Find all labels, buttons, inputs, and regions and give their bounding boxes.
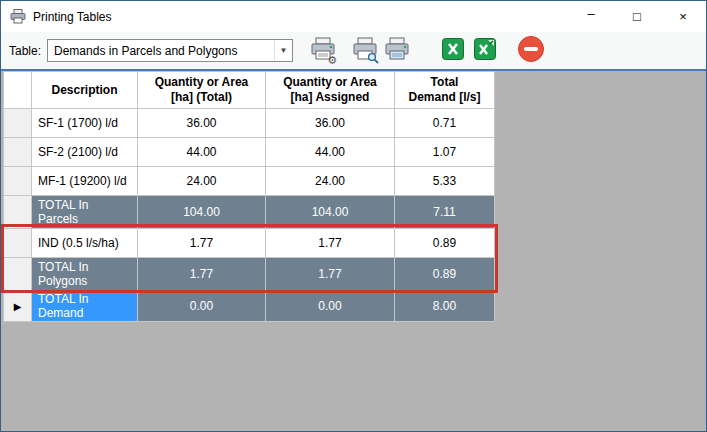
cell-demand[interactable]: 0.89: [395, 258, 495, 291]
table-label: Table:: [9, 44, 41, 58]
row-selector[interactable]: [4, 138, 32, 167]
header-total-demand[interactable]: Total Demand [l/s]: [395, 72, 495, 109]
cell-description[interactable]: SF-1 (1700) l/d: [32, 109, 138, 138]
table-row[interactable]: SF-1 (1700) l/d 36.00 36.00 0.71: [4, 109, 495, 138]
cell-demand[interactable]: 8.00: [395, 291, 495, 322]
magnifier-icon: [367, 52, 379, 66]
window-controls: – □ ×: [568, 1, 706, 32]
print-preview-button[interactable]: [349, 35, 381, 67]
client-area: Description Quantity or Area [ha] (Total…: [1, 71, 706, 431]
table-row[interactable]: SF-2 (2100) l/d 44.00 44.00 1.07: [4, 138, 495, 167]
window-title: Printing Tables: [33, 10, 112, 24]
header-row: Description Quantity or Area [ha] (Total…: [4, 72, 495, 109]
cell-description[interactable]: TOTAL In Polygons: [32, 258, 138, 291]
demands-table: Description Quantity or Area [ha] (Total…: [3, 71, 495, 322]
cell-qty-assigned[interactable]: 24.00: [266, 167, 395, 196]
header-selector-cell: [4, 72, 32, 109]
cell-qty-assigned[interactable]: 104.00: [266, 196, 395, 229]
gear-icon: ⚙: [327, 55, 337, 66]
header-qty-assigned[interactable]: Quantity or Area [ha] Assigned: [266, 72, 395, 109]
header-qty-total[interactable]: Quantity or Area [ha] (Total): [138, 72, 266, 109]
table-select-dropdown[interactable]: Demands in Parcels and Polygons ▼: [47, 39, 293, 62]
header-description[interactable]: Description: [32, 72, 138, 109]
cell-qty-assigned[interactable]: 44.00: [266, 138, 395, 167]
table-row[interactable]: IND (0.5 l/s/ha) 1.77 1.77 0.89: [4, 229, 495, 258]
cell-description[interactable]: TOTAL In Parcels: [32, 196, 138, 229]
excel-icon: [441, 37, 465, 64]
cell-qty-total[interactable]: 36.00: [138, 109, 266, 138]
minus-circle-icon: [517, 35, 545, 66]
excel-export-button[interactable]: [469, 35, 501, 67]
remove-button[interactable]: [515, 35, 547, 67]
printer-app-icon: [10, 9, 26, 24]
cell-description-selected[interactable]: TOTAL In Demand: [32, 291, 138, 322]
cell-qty-total[interactable]: 1.77: [138, 229, 266, 258]
cell-qty-assigned[interactable]: 36.00: [266, 109, 395, 138]
cell-qty-assigned[interactable]: 0.00: [266, 291, 395, 322]
cell-demand[interactable]: 0.89: [395, 229, 495, 258]
table-row-total-parcels[interactable]: TOTAL In Parcels 104.00 104.00 7.11: [4, 196, 495, 229]
cell-qty-total[interactable]: 1.77: [138, 258, 266, 291]
cell-qty-total[interactable]: 104.00: [138, 196, 266, 229]
current-row-arrow[interactable]: ▶: [4, 291, 32, 322]
toolbar: Table: Demands in Parcels and Polygons ▼…: [1, 32, 706, 71]
cell-qty-assigned[interactable]: 1.77: [266, 229, 395, 258]
table-row-total-polygons[interactable]: TOTAL In Polygons 1.77 1.77 0.89: [4, 258, 495, 291]
cell-qty-total[interactable]: 0.00: [138, 291, 266, 322]
printer-icon: [384, 37, 410, 64]
cell-demand[interactable]: 5.33: [395, 167, 495, 196]
excel-view-button[interactable]: [437, 35, 469, 67]
titlebar[interactable]: Printing Tables – □ ×: [1, 1, 706, 32]
cell-description[interactable]: SF-2 (2100) l/d: [32, 138, 138, 167]
excel-export-icon: [473, 37, 497, 64]
row-selector[interactable]: [4, 109, 32, 138]
row-selector[interactable]: [4, 196, 32, 229]
cell-qty-assigned[interactable]: 1.77: [266, 258, 395, 291]
row-selector[interactable]: [4, 229, 32, 258]
cell-qty-total[interactable]: 24.00: [138, 167, 266, 196]
row-selector[interactable]: [4, 258, 32, 291]
cell-qty-total[interactable]: 44.00: [138, 138, 266, 167]
cell-demand[interactable]: 1.07: [395, 138, 495, 167]
maximize-button[interactable]: □: [614, 1, 660, 32]
cell-description[interactable]: IND (0.5 l/s/ha): [32, 229, 138, 258]
close-button[interactable]: ×: [660, 1, 706, 32]
cell-description[interactable]: MF-1 (19200) l/d: [32, 167, 138, 196]
table-row[interactable]: MF-1 (19200) l/d 24.00 24.00 5.33: [4, 167, 495, 196]
chevron-down-icon[interactable]: ▼: [274, 40, 292, 61]
minimize-button[interactable]: –: [568, 1, 614, 32]
row-selector[interactable]: [4, 167, 32, 196]
dropdown-selected-value: Demands in Parcels and Polygons: [54, 44, 237, 58]
print-button[interactable]: [381, 35, 413, 67]
cell-demand[interactable]: 7.11: [395, 196, 495, 229]
cell-demand[interactable]: 0.71: [395, 109, 495, 138]
table-row-total-demand[interactable]: ▶ TOTAL In Demand 0.00 0.00 8.00: [4, 291, 495, 322]
printing-tables-window: Printing Tables – □ × Table: Demands in …: [0, 0, 707, 432]
print-setup-button[interactable]: ⚙: [307, 35, 339, 67]
